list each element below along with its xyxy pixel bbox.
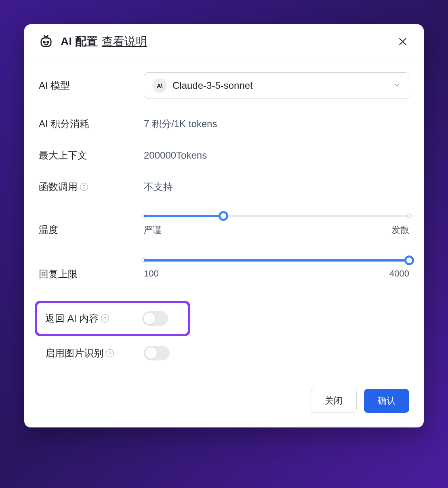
model-select[interactable]: A\ Claude-3-5-sonnet	[144, 72, 409, 99]
label-context: 最大上下文	[39, 149, 144, 162]
reply-limit-slider[interactable]: 100 4000	[144, 256, 409, 279]
value-function-call: 不支持	[144, 180, 173, 193]
row-function-call: 函数调用 ? 不支持	[39, 180, 409, 193]
temperature-min-label: 严谨	[144, 224, 162, 236]
value-credits: 7 积分/1K tokens	[144, 117, 217, 130]
ai-config-modal: AI 配置 查看说明 AI 模型 A\ Claude-3-5-sonnet	[24, 24, 424, 427]
row-model: AI 模型 A\ Claude-3-5-sonnet	[39, 72, 409, 99]
temperature-slider[interactable]: 严谨 发散	[144, 212, 409, 236]
row-temperature: 温度 严谨 发散	[39, 212, 409, 236]
label-return-ai-text: 返回 AI 内容	[45, 312, 99, 325]
label-image-recognition-text: 启用图片识别	[45, 347, 103, 360]
modal-footer: 关闭 确认	[24, 385, 424, 427]
temperature-thumb[interactable]	[219, 211, 228, 221]
chevron-down-icon	[393, 80, 401, 91]
help-icon[interactable]: ?	[101, 314, 109, 323]
toggle-image-recognition[interactable]	[144, 346, 170, 360]
toggle-knob	[145, 348, 157, 359]
reply-limit-labels: 100 4000	[144, 268, 409, 279]
label-temperature: 温度	[39, 212, 144, 236]
label-credits: AI 积分消耗	[39, 117, 144, 130]
row-credits: AI 积分消耗 7 积分/1K tokens	[39, 117, 409, 130]
label-function-call: 函数调用 ?	[39, 180, 144, 193]
temperature-max-label: 发散	[391, 224, 409, 236]
view-docs-link[interactable]: 查看说明	[102, 34, 147, 49]
label-image-recognition: 启用图片识别 ?	[45, 347, 144, 360]
label-function-call-text: 函数调用	[39, 180, 78, 193]
modal-body: AI 模型 A\ Claude-3-5-sonnet AI 积分消耗 7 积分/…	[24, 59, 424, 385]
reply-limit-min-label: 100	[144, 268, 159, 279]
help-icon[interactable]: ?	[80, 183, 88, 191]
row-reply-limit: 回复上限 100 4000	[39, 256, 409, 281]
title-group: AI 配置 查看说明	[61, 34, 147, 49]
header-left: AI 配置 查看说明	[39, 34, 147, 49]
help-icon[interactable]: ?	[106, 349, 114, 357]
reply-limit-max-label: 4000	[389, 268, 409, 279]
close-button[interactable]	[396, 35, 409, 48]
modal-title: AI 配置	[61, 34, 98, 49]
svg-point-1	[44, 42, 45, 43]
model-select-wrap: A\ Claude-3-5-sonnet	[144, 72, 409, 99]
temperature-labels: 严谨 发散	[144, 224, 409, 236]
label-model: AI 模型	[39, 79, 144, 92]
robot-icon	[39, 34, 53, 49]
slider-end-dot	[407, 214, 412, 218]
label-return-ai: 返回 AI 内容 ?	[45, 312, 142, 325]
reply-limit-thumb[interactable]	[404, 256, 414, 265]
svg-point-2	[47, 42, 49, 43]
ai-badge-icon: A\	[152, 78, 167, 93]
confirm-button[interactable]: 确认	[364, 389, 409, 413]
modal-header: AI 配置 查看说明	[24, 24, 424, 59]
temperature-track	[144, 212, 409, 220]
highlight-return-ai: 返回 AI 内容 ?	[35, 301, 190, 336]
close-footer-button[interactable]: 关闭	[311, 389, 357, 413]
row-image-recognition: 启用图片识别 ?	[39, 346, 409, 360]
toggle-knob	[144, 313, 155, 324]
model-value: Claude-3-5-sonnet	[172, 80, 388, 91]
label-reply-limit: 回复上限	[39, 256, 144, 281]
reply-limit-track	[144, 256, 409, 264]
value-context: 200000Tokens	[144, 150, 207, 161]
toggle-return-ai[interactable]	[142, 311, 168, 326]
row-context: 最大上下文 200000Tokens	[39, 149, 409, 162]
